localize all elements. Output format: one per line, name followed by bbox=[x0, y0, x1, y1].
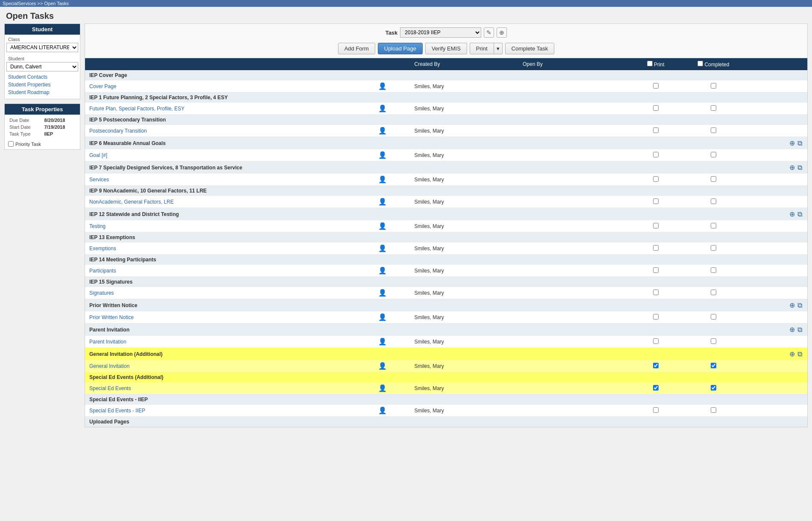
completed-checkbox[interactable] bbox=[711, 105, 716, 111]
print-checkbox[interactable] bbox=[653, 198, 659, 204]
table-row: Services👤Smiles, Mary bbox=[85, 174, 807, 186]
add-task-button[interactable]: ⊕ bbox=[497, 27, 507, 38]
upload-page-button[interactable]: Upload Page bbox=[378, 43, 423, 54]
completed-checkbox[interactable] bbox=[711, 245, 716, 251]
task-dropdown[interactable]: 2018-2019 IIEP bbox=[400, 27, 481, 38]
section-row: Prior Written Notice ⊕ ⧉ bbox=[85, 299, 807, 312]
completed-checkbox[interactable] bbox=[711, 363, 716, 368]
completed-checkbox[interactable] bbox=[711, 407, 716, 413]
priority-task-checkbox[interactable] bbox=[8, 141, 14, 147]
print-checkbox[interactable] bbox=[653, 223, 659, 228]
completed-checkbox[interactable] bbox=[711, 223, 716, 228]
add-item-button[interactable]: ⊕ bbox=[788, 326, 796, 334]
created-by-cell: Smiles, Mary bbox=[410, 220, 519, 232]
copy-item-button[interactable]: ⧉ bbox=[797, 326, 803, 334]
section-row: Parent Invitation ⊕ ⧉ bbox=[85, 323, 807, 336]
add-item-button[interactable]: ⊕ bbox=[788, 139, 796, 147]
open-by-cell bbox=[518, 174, 627, 186]
person-icon: 👤 bbox=[378, 314, 387, 321]
item-link[interactable]: Goal [#] bbox=[89, 152, 107, 158]
created-by-cell: Smiles, Mary bbox=[410, 382, 519, 394]
item-link[interactable]: Testing bbox=[89, 223, 106, 229]
section-row: Special Ed Events (Additional) bbox=[85, 372, 807, 383]
copy-item-button[interactable]: ⧉ bbox=[797, 163, 803, 172]
completed-checkbox[interactable] bbox=[711, 83, 716, 89]
table-row: Testing👤Smiles, Mary bbox=[85, 220, 807, 232]
completed-checkbox[interactable] bbox=[711, 176, 716, 182]
item-link[interactable]: NonAcademic, General Factors, LRE bbox=[89, 199, 174, 205]
item-link[interactable]: Services bbox=[89, 177, 109, 183]
item-link[interactable]: Parent Invitation bbox=[89, 339, 127, 345]
add-item-button[interactable]: ⊕ bbox=[788, 210, 796, 218]
print-checkbox-cell bbox=[627, 287, 685, 299]
print-all-checkbox[interactable] bbox=[647, 61, 653, 66]
print-checkbox[interactable] bbox=[653, 314, 659, 320]
completed-checkbox[interactable] bbox=[711, 267, 716, 273]
completed-checkbox[interactable] bbox=[711, 152, 716, 157]
print-checkbox[interactable] bbox=[653, 105, 659, 111]
person-icon-cell: 👤 bbox=[374, 336, 410, 348]
section-label: IEP 1 Future Planning, 2 Special Factors… bbox=[85, 92, 742, 103]
copy-item-button[interactable]: ⧉ bbox=[797, 301, 803, 309]
section-label: IEP 9 NonAcademic, 10 General Factors, 1… bbox=[85, 186, 742, 196]
item-link[interactable]: Prior Written Notice bbox=[89, 314, 134, 320]
item-link[interactable]: Special Ed Events - IIEP bbox=[89, 408, 145, 414]
item-link[interactable]: Future Plan, Special Factors, Profile, E… bbox=[89, 106, 185, 112]
edit-task-button[interactable]: ✎ bbox=[484, 27, 494, 38]
completed-checkbox[interactable] bbox=[711, 198, 716, 204]
copy-item-button[interactable]: ⧉ bbox=[797, 139, 803, 147]
add-item-button[interactable]: ⊕ bbox=[788, 301, 796, 309]
created-by-cell: Smiles, Mary bbox=[410, 125, 519, 137]
item-link[interactable]: Special Ed Events bbox=[89, 385, 131, 391]
item-link[interactable]: General Invitation bbox=[89, 363, 129, 369]
item-link[interactable]: Postsecondary Transition bbox=[89, 128, 147, 134]
print-checkbox[interactable] bbox=[653, 267, 659, 273]
print-checkbox[interactable] bbox=[653, 385, 659, 391]
print-checkbox[interactable] bbox=[653, 245, 659, 251]
item-link[interactable]: Exemptions bbox=[89, 246, 116, 252]
print-checkbox[interactable] bbox=[653, 338, 659, 344]
class-select[interactable]: AMERICAN LITERATURE bbox=[6, 43, 78, 52]
completed-all-checkbox[interactable] bbox=[697, 61, 703, 66]
item-link[interactable]: Signatures bbox=[89, 290, 114, 296]
person-icon: 👤 bbox=[378, 338, 387, 345]
section-actions bbox=[742, 92, 807, 103]
print-checkbox[interactable] bbox=[653, 290, 659, 295]
complete-task-button[interactable]: Complete Task bbox=[505, 43, 555, 54]
item-link[interactable]: Cover Page bbox=[89, 83, 116, 89]
print-checkbox[interactable] bbox=[653, 363, 659, 368]
student-select[interactable]: Dunn, Calvert bbox=[6, 62, 78, 71]
completed-checkbox[interactable] bbox=[711, 338, 716, 344]
completed-checkbox[interactable] bbox=[711, 290, 716, 295]
add-item-button[interactable]: ⊕ bbox=[788, 350, 796, 358]
print-checkbox-cell bbox=[627, 149, 685, 161]
completed-checkbox-cell bbox=[685, 405, 742, 417]
completed-checkbox[interactable] bbox=[711, 127, 716, 133]
print-checkbox[interactable] bbox=[653, 407, 659, 413]
copy-item-button[interactable]: ⧉ bbox=[797, 210, 803, 218]
print-dropdown-button[interactable]: ▾ bbox=[494, 43, 503, 54]
completed-checkbox[interactable] bbox=[711, 314, 716, 320]
person-icon-cell: 👤 bbox=[374, 103, 410, 115]
created-by-cell: Smiles, Mary bbox=[410, 243, 519, 255]
print-checkbox[interactable] bbox=[653, 83, 659, 89]
print-checkbox[interactable] bbox=[653, 127, 659, 133]
copy-item-button[interactable]: ⧉ bbox=[797, 350, 803, 358]
print-header: Print bbox=[627, 58, 685, 70]
print-checkbox[interactable] bbox=[653, 176, 659, 182]
section-actions: ⊕ ⧉ bbox=[742, 137, 807, 150]
section-actions bbox=[742, 186, 807, 196]
item-link[interactable]: Participants bbox=[89, 268, 116, 274]
student-contacts-link[interactable]: Student Contacts bbox=[5, 73, 80, 81]
print-checkbox[interactable] bbox=[653, 152, 659, 157]
add-form-button[interactable]: Add Form bbox=[338, 43, 375, 54]
student-roadmap-link[interactable]: Student Roadmap bbox=[5, 89, 80, 96]
completed-checkbox[interactable] bbox=[711, 385, 716, 391]
section-actions: ⊕ ⧉ bbox=[742, 161, 807, 174]
verify-emis-button[interactable]: Verify EMIS bbox=[425, 43, 467, 54]
add-item-button[interactable]: ⊕ bbox=[788, 163, 796, 172]
person-icon: 👤 bbox=[378, 151, 387, 159]
student-properties-link[interactable]: Student Properties bbox=[5, 81, 80, 89]
print-button[interactable]: Print bbox=[470, 43, 494, 54]
section-label: IEP 13 Exemptions bbox=[85, 232, 742, 243]
